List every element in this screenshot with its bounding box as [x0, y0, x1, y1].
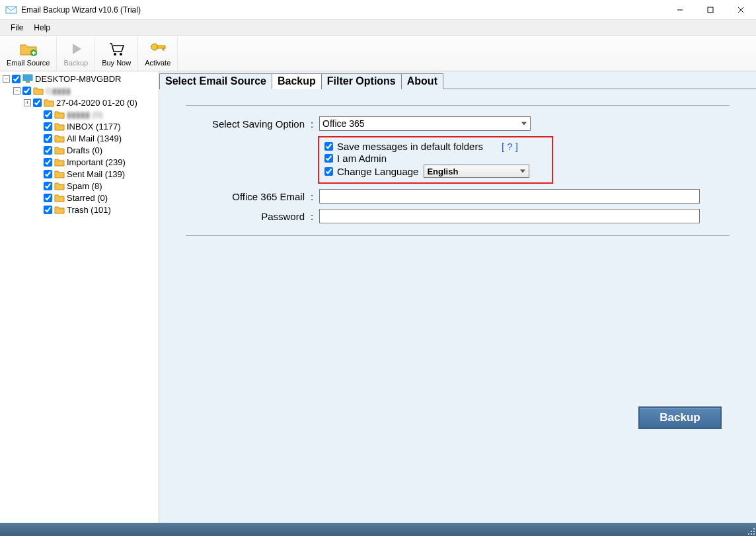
folder-open-icon: [33, 86, 44, 95]
svg-rect-2: [708, 7, 713, 13]
monitor-icon: [22, 74, 33, 83]
saving-option-select[interactable]: Office 365: [319, 116, 531, 131]
backup-panel: Select Saving Option : Office 365 Save m…: [159, 89, 756, 522]
expand-icon[interactable]: +: [24, 99, 31, 106]
folder-icon: [54, 122, 65, 131]
tree-node[interactable]: Important (239): [1, 156, 159, 168]
toolbar-label: Email Source: [7, 59, 50, 67]
folder-icon: [54, 134, 65, 143]
password-label: Password: [186, 211, 305, 222]
tree-node[interactable]: Drafts (0): [1, 144, 159, 156]
email-input[interactable]: [319, 189, 700, 204]
close-button[interactable]: [726, 0, 756, 20]
svg-point-9: [114, 53, 116, 56]
tree-label: Starred (0): [67, 193, 108, 203]
tree-checkbox[interactable]: [44, 134, 52, 143]
tree-checkbox[interactable]: [44, 182, 52, 190]
tree-root[interactable]: − DESKTOP-M8VGBDR: [1, 73, 159, 85]
tree-node[interactable]: INBOX (1177): [1, 120, 159, 132]
tree-checkbox[interactable]: [44, 110, 52, 119]
statusbar: [0, 523, 756, 536]
app-icon: [5, 4, 17, 16]
folder-icon: [54, 181, 65, 190]
collapse-icon[interactable]: −: [13, 87, 20, 95]
play-icon: [67, 40, 85, 58]
divider: [186, 105, 730, 106]
menu-file[interactable]: File: [5, 22, 28, 34]
svg-rect-15: [26, 81, 30, 83]
collapse-icon[interactable]: −: [3, 75, 10, 83]
tree-node[interactable]: All Mail (1349): [1, 132, 159, 144]
toolbar-email-source[interactable]: Email Source: [0, 36, 57, 71]
tree-label: Sent Mail (139): [67, 169, 125, 179]
toolbar-buy-now[interactable]: Buy Now: [95, 36, 138, 71]
tree-node[interactable]: +27-04-2020 01-20 (0): [1, 96, 159, 108]
tree-label: Important (239): [67, 157, 126, 167]
tab-bar: Select Email Source Backup Filter Option…: [159, 71, 756, 89]
tree-node[interactable]: Trash (101): [1, 204, 159, 215]
tab-backup[interactable]: Backup: [272, 73, 322, 89]
folder-icon: [54, 157, 65, 167]
tree-checkbox[interactable]: [44, 206, 52, 214]
tree-label: Spam (8): [67, 181, 102, 191]
tree-checkbox[interactable]: [12, 75, 20, 83]
folder-tree[interactable]: − DESKTOP-M8VGBDR − G▮▮▮▮ +27-04-2020 01…: [0, 71, 159, 523]
folder-icon: [44, 98, 54, 107]
toolbar-label: Activate: [145, 59, 170, 67]
tree-label: G▮▮▮▮: [46, 86, 71, 96]
folder-icon: [54, 205, 65, 214]
svg-marker-8: [73, 44, 81, 54]
tree-checkbox[interactable]: [44, 194, 52, 202]
toolbar-label: Backup: [63, 59, 88, 67]
minimize-button[interactable]: [665, 0, 695, 20]
tree-checkbox[interactable]: [22, 87, 31, 95]
highlight-box: Save messages in default folders [ ? ] I…: [318, 136, 553, 184]
tree-node[interactable]: Starred (0): [1, 192, 159, 204]
tree-node[interactable]: ▮▮▮▮▮ (0): [1, 108, 159, 120]
chk-change-language[interactable]: [324, 167, 333, 176]
tree-checkbox[interactable]: [44, 122, 52, 131]
tree-label: 27-04-2020 01-20 (0): [56, 98, 137, 108]
tree-node[interactable]: Spam (8): [1, 180, 159, 192]
tab-select-source[interactable]: Select Email Source: [159, 73, 272, 89]
folder-icon: [54, 110, 65, 119]
chk-label: I am Admin: [337, 153, 387, 164]
folder-icon: [54, 193, 65, 202]
tree-label: DESKTOP-M8VGBDR: [35, 74, 122, 84]
backup-button[interactable]: Backup: [638, 406, 722, 429]
tab-about[interactable]: About: [401, 73, 443, 89]
tree-checkbox[interactable]: [33, 98, 42, 107]
chk-admin[interactable]: [324, 154, 333, 163]
chk-label: Change Language: [337, 166, 418, 177]
tree-account[interactable]: − G▮▮▮▮: [1, 85, 159, 96]
help-link[interactable]: [ ? ]: [502, 141, 518, 152]
email-label: Office 365 Email: [186, 191, 305, 202]
chk-label: Save messages in default folders: [337, 141, 483, 152]
tree-checkbox[interactable]: [44, 170, 52, 178]
svg-rect-14: [23, 75, 32, 81]
cart-icon: [107, 40, 126, 58]
tree-label: Drafts (0): [67, 145, 102, 155]
tree-checkbox[interactable]: [44, 158, 52, 167]
tree-node[interactable]: Sent Mail (139): [1, 168, 159, 180]
tree-label: INBOX (1177): [67, 122, 121, 132]
menu-help[interactable]: Help: [28, 22, 56, 34]
chk-default-folders[interactable]: [324, 142, 333, 151]
language-select[interactable]: English: [424, 165, 529, 178]
tree-label: All Mail (1349): [67, 134, 122, 143]
resize-grip-icon[interactable]: [747, 527, 755, 535]
saving-option-label: Select Saving Option: [186, 118, 305, 130]
tab-filter[interactable]: Filter Options: [321, 73, 402, 89]
tree-checkbox[interactable]: [44, 146, 52, 155]
content-area: Select Email Source Backup Filter Option…: [159, 71, 756, 523]
svg-rect-13: [163, 48, 164, 50]
svg-rect-12: [157, 46, 165, 48]
svg-point-10: [120, 53, 122, 56]
password-input[interactable]: [319, 209, 700, 223]
toolbar-activate[interactable]: Activate: [138, 36, 178, 71]
maximize-button[interactable]: [695, 0, 726, 20]
menubar: File Help: [0, 20, 756, 36]
toolbar: Email Source Backup Buy Now Activate: [0, 36, 756, 71]
toolbar-backup[interactable]: Backup: [57, 36, 95, 71]
folder-icon: [54, 145, 65, 155]
